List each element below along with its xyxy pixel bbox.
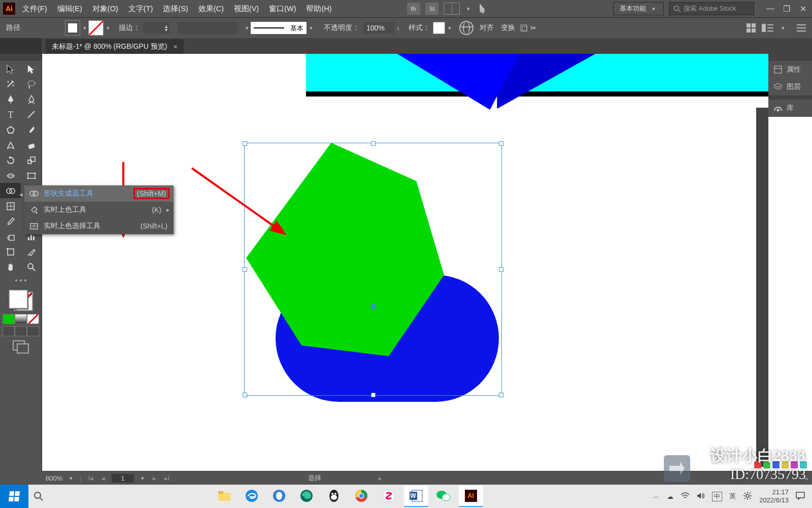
menu-window[interactable]: 窗口(W) (269, 4, 296, 14)
arrange-documents-button[interactable] (444, 3, 460, 15)
slice-tool[interactable] (21, 244, 42, 259)
bridge-button[interactable]: Br (407, 3, 420, 15)
recolor-artwork-icon[interactable] (459, 21, 473, 35)
panel-layers[interactable]: 图层 (768, 78, 812, 96)
paintbrush-tool[interactable] (21, 122, 42, 137)
tray-settings-icon[interactable] (743, 491, 752, 502)
list-arrange-icon[interactable] (762, 24, 773, 32)
panel-properties[interactable]: 属性 (768, 61, 812, 78)
next-artboard-button[interactable]: ▸ (151, 474, 158, 482)
status-expand-icon[interactable]: ▸ (377, 474, 384, 482)
curvature-tool[interactable] (21, 91, 42, 107)
start-button[interactable] (0, 485, 28, 508)
menu-icon[interactable] (797, 24, 806, 31)
fill-stroke-swatch[interactable]: ? (9, 290, 33, 311)
draw-mode-icon[interactable] (13, 340, 29, 354)
full-screen-mode[interactable] (27, 326, 39, 336)
tray-chevron-up-icon[interactable]: ︿ (653, 492, 660, 501)
menu-type[interactable]: 文字(T) (128, 4, 153, 14)
stroke-profile-dropdown[interactable] (178, 22, 238, 34)
symbol-sprayer-tool[interactable] (0, 229, 21, 244)
workspace-dropdown[interactable]: 基本功能 ▾ (613, 2, 664, 15)
lasso-tool[interactable] (21, 76, 42, 91)
full-screen-menu-mode[interactable] (15, 326, 27, 336)
width-tool[interactable] (0, 168, 21, 183)
chevron-down-icon[interactable]: ▾ (141, 475, 144, 482)
zoom-level[interactable]: 800% (46, 474, 62, 482)
rectangle-tool[interactable] (0, 122, 21, 137)
tray-clock[interactable]: 21:17 2022/6/13 (759, 488, 789, 505)
transform-button[interactable]: 变换 (501, 23, 515, 33)
menu-file[interactable]: 文件(F) (22, 4, 47, 14)
rotate-tool[interactable] (0, 152, 21, 168)
graphic-style-swatch[interactable] (433, 22, 445, 34)
menu-effect[interactable]: 效果(C) (198, 4, 224, 14)
taskbar-app-tencent[interactable] (267, 486, 291, 507)
taskbar-app-explorer[interactable] (212, 486, 236, 507)
flyout-item-shape-builder[interactable]: 形状生成器工具 (Shift+M) (24, 185, 174, 202)
color-mode-button[interactable] (3, 314, 15, 324)
edit-toolbar-button[interactable] (0, 274, 42, 287)
opacity-input[interactable]: 100% (363, 22, 395, 34)
tray-wifi-icon[interactable] (681, 492, 690, 501)
window-restore-button[interactable]: ❐ (781, 4, 793, 14)
stroke-swatch-none[interactable] (88, 20, 104, 36)
direct-selection-tool[interactable] (21, 61, 42, 76)
document-tab[interactable]: 未标题-1* @ 800% (RGB/GPU 预览) × (46, 39, 184, 54)
brush-definition[interactable]: 基本 (251, 22, 307, 34)
taskbar-app-illustrator[interactable]: Ai (459, 486, 483, 507)
tray-notifications-icon[interactable] (796, 492, 805, 501)
tray-ime2[interactable]: 英 (729, 492, 736, 501)
eyedropper-tool[interactable] (0, 213, 21, 229)
tray-cloud-icon[interactable]: ☁ (667, 493, 673, 500)
artboard-tool[interactable] (0, 244, 21, 259)
flyout-tearoff-handle[interactable]: ◂ (17, 188, 24, 200)
last-artboard-button[interactable]: ▸I (163, 474, 172, 482)
transform-panel-icon[interactable] (520, 24, 527, 31)
artboard-number[interactable]: 1 (112, 474, 133, 483)
shaper-tool[interactable] (0, 137, 21, 152)
close-tab-icon[interactable]: × (173, 43, 177, 51)
taskbar-app-wechat[interactable] (431, 486, 456, 507)
menu-help[interactable]: 帮助(H) (306, 4, 331, 14)
search-stock-input[interactable]: 搜索 Adobe Stock (669, 2, 754, 15)
zoom-tool[interactable] (21, 259, 42, 274)
panel-libraries[interactable]: 库 (768, 100, 812, 117)
flyout-item-live-paint-bucket[interactable]: 实时上色工具 (K) ▸ (24, 202, 174, 218)
menu-object[interactable]: 对象(O) (92, 4, 118, 14)
opacity-expand-icon[interactable]: › (397, 24, 399, 32)
stock-button[interactable]: St (425, 3, 438, 15)
scale-tool[interactable] (21, 152, 42, 168)
none-mode-button[interactable] (27, 314, 39, 324)
taskbar-app-edge[interactable] (294, 486, 319, 507)
fill-swatch[interactable] (65, 20, 80, 36)
selection-tool[interactable] (0, 61, 21, 76)
taskbar-app-chrome[interactable] (349, 486, 374, 507)
hand-tool[interactable] (0, 259, 21, 274)
pen-tool[interactable] (0, 91, 21, 107)
flyout-item-live-paint-selection[interactable]: 实时上色选择工具 (Shift+L) (24, 218, 174, 234)
window-minimize-button[interactable]: — (764, 4, 776, 14)
type-tool[interactable]: T (0, 107, 21, 122)
taskbar-app-qq[interactable] (322, 486, 346, 507)
stroke-weight-input[interactable]: ▴▾ (143, 22, 170, 34)
taskbar-app-sogou[interactable] (377, 486, 401, 507)
isolate-button[interactable]: ✂ (530, 24, 536, 32)
line-tool[interactable] (21, 107, 42, 122)
mesh-tool[interactable] (0, 198, 21, 213)
menu-edit[interactable]: 编辑(E) (57, 4, 82, 14)
menu-select[interactable]: 选择(S) (163, 4, 188, 14)
gpu-rocket-icon[interactable] (476, 2, 488, 16)
free-transform-tool[interactable] (21, 168, 42, 183)
canvas[interactable]: »× (42, 54, 812, 490)
menu-view[interactable]: 视图(V) (234, 4, 259, 14)
prev-artboard-button[interactable]: ◂ (100, 474, 107, 482)
first-artboard-button[interactable]: I◂ (87, 474, 95, 482)
grid-view-icon[interactable] (747, 23, 756, 33)
eraser-tool[interactable] (21, 137, 42, 152)
taskbar-app-word[interactable]: W (404, 486, 428, 507)
align-button[interactable]: 对齐 (480, 23, 494, 33)
taskbar-app-edge-legacy[interactable] (240, 486, 264, 507)
tray-ime1[interactable]: 中 (712, 492, 722, 501)
magic-wand-tool[interactable] (0, 76, 21, 91)
